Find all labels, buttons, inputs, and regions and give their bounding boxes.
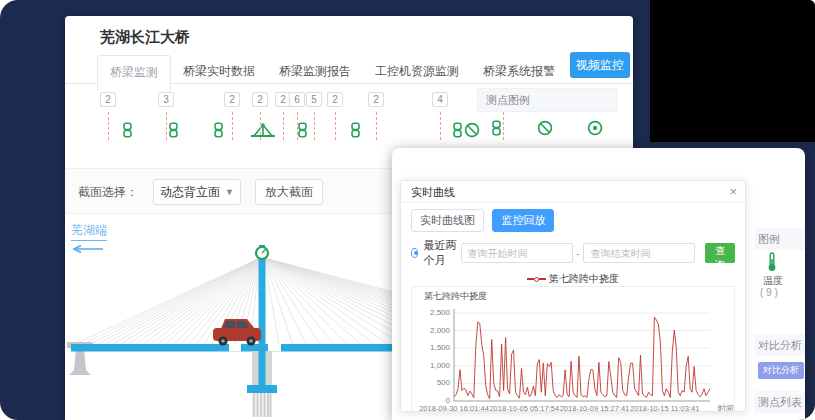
modal-body: 实时曲线图 监控回放 最近两个月 - 查询 第七跨跨中挠度 第七跨跨中挠度 [401,203,745,412]
tab-2[interactable]: 桥梁监测报告 [267,55,363,89]
x-axis-tick: 2018-10-09 15:27:41 [560,404,630,412]
chain-icon[interactable] [213,122,224,142]
sensor-dash-line [108,112,109,140]
sensor-count-badge: 6 [289,92,305,107]
page-title: 芜湖长江大桥 [100,28,190,47]
chart-legend[interactable]: 第七跨跨中挠度 [411,272,735,285]
x-axis-tick: 2018-10-05 05:17:54 [489,404,559,412]
legend-panel: 测点图例 [477,88,617,140]
chain-icon[interactable] [297,122,308,142]
bridge-pylon [259,257,266,387]
query-button[interactable]: 查询 [705,243,735,263]
sensor-count-badge: 2 [327,92,343,107]
query-controls: 最近两个月 - 查询 [411,238,735,268]
y-axis-tick: 500 [412,378,450,387]
sensor-dash-line [283,112,284,140]
gauge-icon [256,245,268,259]
tab-3[interactable]: 工控机资源监测 [363,55,471,89]
modal-title: 实时曲线 [401,186,455,198]
end-time-input[interactable] [583,243,695,263]
sensor-dash-line [440,112,441,140]
temperature-count: ( 9 ) [760,287,778,298]
sensor-dash-line [314,112,315,140]
slash-circle-icon[interactable] [537,120,553,140]
bridge-sensor-icon[interactable] [250,122,276,142]
tab-monitor-playback[interactable]: 监控回放 [492,209,554,232]
start-time-input[interactable] [461,243,573,263]
tab-4[interactable]: 桥梁系统报警 [471,55,567,89]
x-axis-tick: 2018-10-15 11:03:41 [630,404,699,412]
legend-label: 第七跨跨中挠度 [549,273,619,284]
modal-header: 实时曲线 × [401,181,745,203]
legend-line-icon [539,278,546,280]
realtime-curve-modal: 实时曲线 × 实时曲线图 监控回放 最近两个月 - 查询 [400,180,746,412]
compare-button[interactable]: 对比分析 [758,362,804,379]
tab-realtime-curve[interactable]: 实时曲线图 [411,209,484,232]
pier-cap [247,385,277,393]
deflection-chart: 第七跨跨中挠度 05001,0001,5002,0002,5002018-09-… [411,286,735,412]
sensor-dash-line [335,112,336,140]
sensor-count-badge: 2 [368,92,384,107]
y-axis-tick: 2,000 [412,326,450,335]
section-select[interactable]: 动态背立面▼ [153,179,241,205]
section-select-value: 动态背立面 [160,185,220,199]
sensor-count-badge: 2 [100,92,116,107]
sensor-count-badge: 4 [432,92,448,107]
y-axis-tick: 1,500 [412,343,450,352]
sensor-dash-line [260,112,261,140]
black-corner-region [650,0,815,142]
deck-joint [268,344,281,352]
sidebar-points-header: 测点列表 [754,391,805,413]
x-axis-label: 时间 [718,403,734,412]
legend-panel-icons [477,112,617,140]
video-monitor-button[interactable]: 视频监控 [570,52,630,78]
date-separator: - [573,248,584,259]
tab-1[interactable]: 桥梁实时数据 [171,55,267,89]
section-select-label: 截面选择： [78,169,138,215]
pier-column [252,393,272,417]
tab-0[interactable]: 桥梁监测 [97,55,171,91]
deflection-series [454,317,710,399]
close-icon[interactable]: × [729,181,737,203]
sensor-count-badge: 5 [306,92,322,107]
modal-tabs: 实时曲线图 监控回放 [411,209,735,232]
chain-icon[interactable] [168,122,179,142]
chain-icon[interactable] [350,122,361,142]
sidebar-legend-header: 图例 [754,228,805,250]
radio-label: 最近两个月 [423,238,460,268]
sensor-count-badge: 2 [252,92,268,107]
bridge-end-link[interactable]: 芜湖端 [71,222,107,241]
thermometer-icon[interactable] [766,252,778,276]
car [213,319,261,346]
temperature-label: 温度 [763,274,783,288]
y-axis-tick: 1,000 [412,361,450,370]
sidebar-compare-header: 对比分析 [754,334,805,356]
sensor-count-badge: 3 [158,92,174,107]
radio-last-two-months[interactable] [411,248,418,258]
sensor-dash-line [232,112,233,140]
target-circle-icon[interactable] [587,120,603,140]
tab-bar: 桥梁监测桥梁实时数据桥梁监测报告工控机资源监测桥梁系统报警 [65,54,633,84]
zoom-section-button[interactable]: 放大截面 [255,179,323,205]
sensor-count-badge: 2 [224,92,240,107]
dialog-window: 图例 温度 ( 9 ) 对比分析 对比分析 测点列表 实时曲线 × 实时曲线图 … [392,148,805,420]
screen: 芜湖长江大桥 桥梁监测桥梁实时数据桥梁监测报告工控机资源监测桥梁系统报警 视频监… [0,0,815,420]
chain-icon[interactable] [122,122,133,142]
chain-icon[interactable] [452,122,463,142]
x-axis-tick: 2018-09-30 16:01:44 [419,404,489,412]
sensor-dash-line [166,112,167,140]
chevron-down-icon: ▼ [225,180,234,204]
chart-plot [412,301,736,412]
chain-icon[interactable] [491,120,502,140]
deck-joint [229,344,241,352]
sensor-dash-line [376,112,377,140]
legend-panel-title: 测点图例 [477,88,617,112]
y-axis-tick: 2,500 [412,308,450,317]
legend-line-icon [527,278,534,280]
